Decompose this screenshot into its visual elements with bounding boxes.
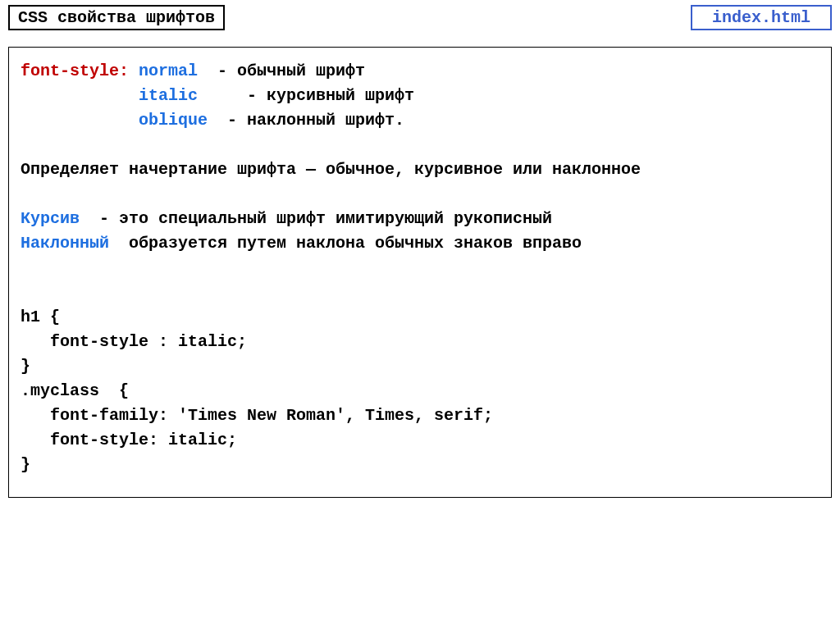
code-line: font-style: italic; — [21, 431, 237, 449]
value-italic: italic — [139, 86, 198, 105]
value-oblique: oblique — [139, 111, 208, 130]
summary-text: Определяет начертание шрифта — обычное, … — [21, 160, 641, 179]
filename-label: index.html — [691, 5, 832, 30]
slide-title: CSS свойства шрифтов — [8, 5, 225, 30]
indent — [21, 86, 139, 105]
css-property: font-style: — [21, 62, 129, 80]
code-line: font-style : italic; — [21, 332, 247, 351]
indent — [21, 111, 139, 130]
kursiv-label: Курсив — [21, 209, 80, 228]
naklon-text: образуется путем наклона обычных знаков … — [109, 234, 582, 253]
desc-oblique: - наклонный шрифт. — [208, 111, 404, 130]
code-line: } — [21, 357, 30, 376]
code-line: h1 { — [21, 308, 60, 326]
content-box: font-style: normal - обычный шрифт itali… — [8, 47, 832, 498]
value-normal: normal — [139, 62, 198, 80]
header-bar: CSS свойства шрифтов index.html — [0, 0, 840, 30]
desc-normal: - обычный шрифт — [198, 62, 365, 80]
code-line: font-family: 'Times New Roman', Times, s… — [21, 406, 493, 425]
desc-italic: - курсивный шрифт — [198, 86, 414, 105]
code-line: } — [21, 455, 30, 474]
code-line: .myclass { — [21, 381, 129, 400]
kursiv-text: - это специальный шрифт имитирующий руко… — [80, 209, 552, 228]
naklon-label: Наклонный — [21, 234, 109, 253]
